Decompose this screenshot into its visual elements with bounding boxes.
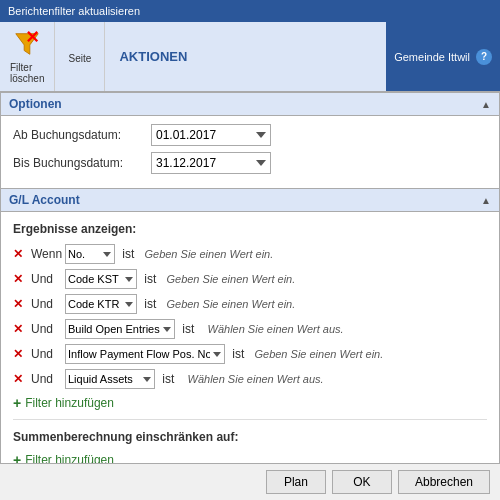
gl-account-title: G/L Account bbox=[9, 193, 80, 207]
bis-label: Bis Buchungsdatum: bbox=[13, 156, 143, 170]
filter-loschen-label: Filter löschen bbox=[10, 62, 44, 84]
filter-row-0: ✕ Wenn No. ist Geben Sie einen Wert ein. bbox=[13, 244, 487, 264]
title-bar: Berichtenfilter aktualisieren bbox=[0, 0, 500, 22]
gemeinde-badge: Gemeinde Ittwil ? bbox=[386, 22, 500, 91]
filter-row-4: ✕ Und Inflow Payment Flow Pos. No. ist G… bbox=[13, 344, 487, 364]
remove-filter-2[interactable]: ✕ bbox=[13, 297, 27, 311]
filter-loschen-button[interactable]: Filter löschen bbox=[0, 22, 55, 91]
und-label-3: Und bbox=[31, 322, 61, 336]
toolbar-right: Gemeinde Ittwil ? bbox=[201, 22, 500, 91]
gl-section-body: Ergebnisse anzeigen: ✕ Wenn No. ist Gebe… bbox=[1, 212, 499, 500]
und-label-4: Und bbox=[31, 347, 61, 361]
ist-label-4: ist bbox=[229, 347, 244, 361]
remove-filter-1[interactable]: ✕ bbox=[13, 272, 27, 286]
optionen-section-body: Ab Buchungsdatum: 01.01.2017 Bis Buchung… bbox=[1, 116, 499, 188]
add-filter-button-1[interactable]: + Filter hinzufügen bbox=[13, 395, 487, 411]
bis-buchungsdatum-row: Bis Buchungsdatum: 31.12.2017 bbox=[13, 152, 487, 174]
hint-1: Geben Sie einen Wert ein. bbox=[160, 273, 295, 285]
ergebnisse-title: Ergebnisse anzeigen: bbox=[13, 222, 487, 236]
optionen-title: Optionen bbox=[9, 97, 62, 111]
field-select-1[interactable]: Code KST bbox=[65, 269, 137, 289]
field-select-4[interactable]: Inflow Payment Flow Pos. No. bbox=[65, 344, 225, 364]
remove-filter-3[interactable]: ✕ bbox=[13, 322, 27, 336]
hint-2: Geben Sie einen Wert ein. bbox=[160, 298, 295, 310]
filter-icon bbox=[13, 30, 41, 58]
ab-buchungsdatum-row: Ab Buchungsdatum: 01.01.2017 bbox=[13, 124, 487, 146]
und-label-1: Und bbox=[31, 272, 61, 286]
hint-4: Geben Sie einen Wert ein. bbox=[248, 348, 383, 360]
separator bbox=[13, 419, 487, 420]
filter-row-5: ✕ Und Liquid Assets ist Wählen Sie einen… bbox=[13, 369, 487, 389]
field-select-2[interactable]: Code KTR bbox=[65, 294, 137, 314]
main-content: Optionen ▲ Ab Buchungsdatum: 01.01.2017 … bbox=[0, 92, 500, 500]
title-text: Berichtenfilter aktualisieren bbox=[8, 5, 140, 17]
filter-row-2: ✕ Und Code KTR ist Geben Sie einen Wert … bbox=[13, 294, 487, 314]
und-label-5: Und bbox=[31, 372, 61, 386]
svg-marker-0 bbox=[16, 33, 38, 54]
field-select-3[interactable]: Build Open Entries bbox=[65, 319, 175, 339]
gl-account-chevron: ▲ bbox=[481, 195, 491, 206]
bis-date-select[interactable]: 31.12.2017 bbox=[151, 152, 271, 174]
field-select-5[interactable]: Liquid Assets bbox=[65, 369, 155, 389]
optionen-chevron: ▲ bbox=[481, 99, 491, 110]
filter-row-1: ✕ Und Code KST ist Geben Sie einen Wert … bbox=[13, 269, 487, 289]
gemeinde-text: Gemeinde Ittwil bbox=[394, 51, 470, 63]
aktionen-text: AKTIONEN bbox=[119, 49, 187, 64]
summen-title: Summenberechnung einschränken auf: bbox=[13, 430, 487, 444]
field-select-0[interactable]: No. bbox=[65, 244, 115, 264]
ist-label-5: ist bbox=[159, 372, 174, 386]
gl-account-section-header[interactable]: G/L Account ▲ bbox=[1, 188, 499, 212]
wenn-label-0: Wenn bbox=[31, 247, 61, 261]
bottom-bar: Plan OK Abbrechen bbox=[0, 463, 500, 500]
filter-svg bbox=[13, 29, 41, 59]
plus-icon-1: + bbox=[13, 395, 21, 411]
hint-0: Geben Sie einen Wert ein. bbox=[138, 248, 273, 260]
hint-5: Wählen Sie einen Wert aus. bbox=[178, 373, 323, 385]
optionen-section-header[interactable]: Optionen ▲ bbox=[1, 92, 499, 116]
plan-button[interactable]: Plan bbox=[266, 470, 326, 494]
remove-filter-5[interactable]: ✕ bbox=[13, 372, 27, 386]
hint-3: Wählen Sie einen Wert aus. bbox=[198, 323, 343, 335]
aktionen-label: AKTIONEN bbox=[105, 22, 201, 91]
ist-label-2: ist bbox=[141, 297, 156, 311]
seite-label: Seite bbox=[69, 53, 92, 64]
abbrechen-button[interactable]: Abbrechen bbox=[398, 470, 490, 494]
ist-label-3: ist bbox=[179, 322, 194, 336]
remove-filter-4[interactable]: ✕ bbox=[13, 347, 27, 361]
toolbar: Filter löschen Seite AKTIONEN Gemeinde I… bbox=[0, 22, 500, 92]
help-button[interactable]: ? bbox=[476, 49, 492, 65]
remove-filter-0[interactable]: ✕ bbox=[13, 247, 27, 261]
seite-section: Seite bbox=[55, 22, 105, 91]
ist-label-1: ist bbox=[141, 272, 156, 286]
filter-row-3: ✕ Und Build Open Entries ist Wählen Sie … bbox=[13, 319, 487, 339]
und-label-2: Und bbox=[31, 297, 61, 311]
add-filter-label-1: Filter hinzufügen bbox=[25, 396, 114, 410]
ab-label: Ab Buchungsdatum: bbox=[13, 128, 143, 142]
ok-button[interactable]: OK bbox=[332, 470, 392, 494]
ist-label-0: ist bbox=[119, 247, 134, 261]
ab-date-select[interactable]: 01.01.2017 bbox=[151, 124, 271, 146]
